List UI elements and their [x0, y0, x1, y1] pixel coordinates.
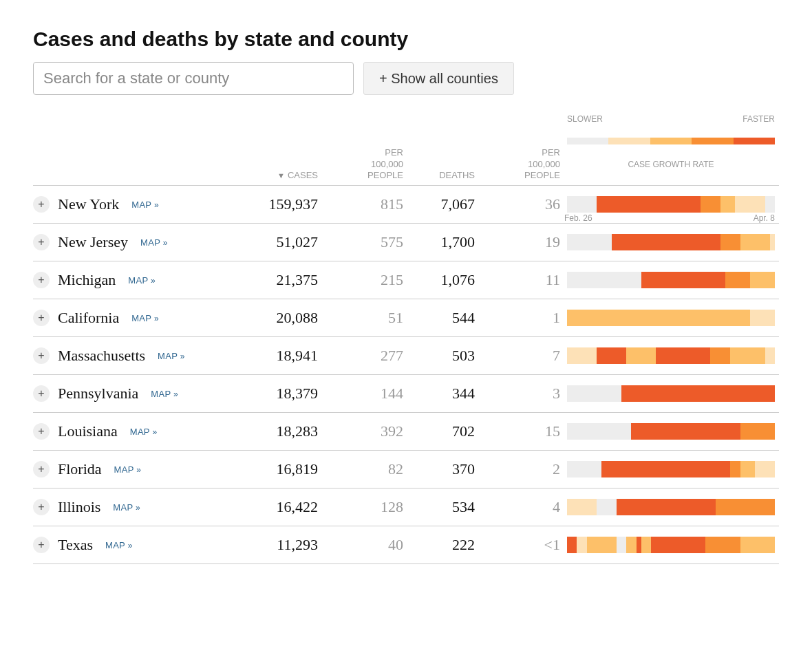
col-cases-header[interactable]: ▼ CASES	[222, 170, 318, 181]
expand-row-button[interactable]: +	[33, 461, 50, 477]
cases-cell: 16,819	[222, 460, 318, 478]
page-title: Cases and deaths by state and county	[33, 28, 779, 51]
expand-row-button[interactable]: +	[33, 272, 50, 288]
cases-cell: 18,941	[222, 347, 318, 365]
expand-row-button[interactable]: +	[33, 196, 50, 213]
deaths-per-cell: 11	[478, 271, 560, 289]
expand-row-button[interactable]: +	[33, 537, 50, 553]
cases-per-cell: 144	[321, 385, 403, 402]
map-link[interactable]: MAP »	[114, 464, 142, 475]
cases-per-cell: 40	[321, 536, 403, 554]
states-table: ▼ CASES PER 100,000 PEOPLE DEATHS PER 10…	[33, 103, 779, 564]
expand-row-button[interactable]: +	[33, 234, 50, 250]
state-name: Texas	[58, 536, 93, 554]
growth-rate-legend: SLOWER FASTER CASE GROWTH RATE	[563, 103, 779, 181]
state-name: Florida	[58, 460, 102, 478]
deaths-cell: 222	[406, 536, 475, 554]
map-link[interactable]: MAP »	[131, 313, 159, 323]
sort-desc-icon: ▼	[277, 171, 285, 181]
expand-row-button[interactable]: +	[33, 310, 50, 326]
table-row: +TexasMAP »11,29340222<1	[33, 526, 779, 564]
chevron-right-icon: »	[125, 541, 133, 550]
growth-sparkline	[567, 272, 775, 288]
chevron-right-icon: »	[150, 427, 158, 437]
name-cell: +CaliforniaMAP »	[33, 309, 219, 327]
deaths-cell: 1,076	[406, 271, 475, 289]
name-cell: +PennsylvaniaMAP »	[33, 385, 219, 402]
chevron-right-icon: »	[178, 352, 185, 361]
cases-per-cell: 128	[321, 498, 403, 516]
cases-cell: 51,027	[222, 233, 318, 251]
col-deaths-header[interactable]: DEATHS	[406, 170, 475, 181]
table-row: +MichiganMAP »21,3752151,07611	[33, 261, 779, 299]
deaths-cell: 344	[406, 385, 475, 402]
chevron-right-icon: »	[171, 389, 178, 399]
state-name: California	[58, 309, 119, 327]
search-input[interactable]	[33, 62, 354, 95]
name-cell: +MichiganMAP »	[33, 271, 219, 289]
map-link[interactable]: MAP »	[113, 502, 140, 513]
chevron-right-icon: »	[133, 503, 140, 513]
cases-cell: 16,422	[222, 498, 318, 516]
legend-faster-label: FASTER	[742, 114, 775, 125]
map-link[interactable]: MAP »	[158, 351, 185, 361]
chevron-right-icon: »	[151, 314, 159, 323]
chevron-right-icon: »	[160, 238, 168, 248]
table-row: +New JerseyMAP »51,0275751,70019	[33, 224, 779, 261]
deaths-cell: 1,700	[406, 233, 475, 251]
col-cases-label: CASES	[288, 170, 318, 181]
table-row: +MassachusettsMAP »18,9412775037	[33, 337, 779, 375]
cases-per-cell: 575	[321, 233, 403, 251]
cases-cell: 20,088	[222, 309, 318, 327]
controls-row: + Show all counties	[33, 62, 779, 95]
growth-sparkline-cell	[563, 272, 779, 288]
table-row: +IllinoisMAP »16,4221285344	[33, 488, 779, 526]
cases-per-cell: 815	[321, 195, 403, 213]
col-deaths-per-header[interactable]: PER 100,000 PEOPLE	[478, 147, 560, 181]
map-link[interactable]: MAP »	[130, 427, 158, 437]
growth-sparkline-cell	[563, 310, 779, 326]
deaths-cell: 702	[406, 422, 475, 440]
chevron-right-icon: »	[134, 465, 142, 475]
expand-row-button[interactable]: +	[33, 499, 50, 515]
deaths-per-cell: 36	[478, 195, 560, 213]
legend-color-scale	[567, 138, 775, 144]
cases-cell: 159,937	[222, 195, 318, 213]
deaths-per-cell: 19	[478, 233, 560, 251]
map-link[interactable]: MAP »	[131, 200, 159, 210]
map-link[interactable]: MAP »	[151, 389, 178, 399]
cases-per-cell: 277	[321, 347, 403, 365]
growth-sparkline-cell	[563, 385, 779, 402]
growth-sparkline	[567, 499, 775, 515]
chevron-right-icon: »	[151, 200, 159, 210]
map-link[interactable]: MAP »	[128, 275, 156, 286]
table-row: +PennsylvaniaMAP »18,3791443443	[33, 375, 779, 413]
growth-sparkline	[567, 347, 775, 364]
name-cell: +New JerseyMAP »	[33, 233, 219, 251]
growth-sparkline	[567, 537, 775, 553]
cases-cell: 18,379	[222, 385, 318, 402]
cases-cell: 18,283	[222, 422, 318, 440]
name-cell: +New YorkMAP »	[33, 195, 219, 213]
deaths-cell: 544	[406, 309, 475, 327]
deaths-cell: 534	[406, 498, 475, 516]
growth-sparkline-cell	[563, 423, 779, 440]
show-all-counties-button[interactable]: + Show all counties	[363, 62, 514, 95]
table-row: +New YorkMAP »159,9378157,06736Feb. 26Ap…	[33, 186, 779, 224]
col-cases-per-header[interactable]: PER 100,000 PEOPLE	[321, 147, 403, 181]
deaths-cell: 370	[406, 460, 475, 478]
cases-per-cell: 392	[321, 422, 403, 440]
map-link[interactable]: MAP »	[140, 237, 168, 248]
expand-row-button[interactable]: +	[33, 423, 50, 440]
cases-per-cell: 215	[321, 271, 403, 289]
expand-row-button[interactable]: +	[33, 347, 50, 364]
state-name: Michigan	[58, 271, 116, 289]
map-link[interactable]: MAP »	[105, 540, 133, 550]
cases-cell: 11,293	[222, 536, 318, 554]
state-name: Illinois	[58, 498, 100, 516]
name-cell: +IllinoisMAP »	[33, 498, 219, 516]
expand-row-button[interactable]: +	[33, 385, 50, 402]
cases-per-cell: 82	[321, 460, 403, 478]
deaths-cell: 7,067	[406, 195, 475, 213]
sparkline-date-range: Feb. 26Apr. 8	[564, 213, 775, 223]
